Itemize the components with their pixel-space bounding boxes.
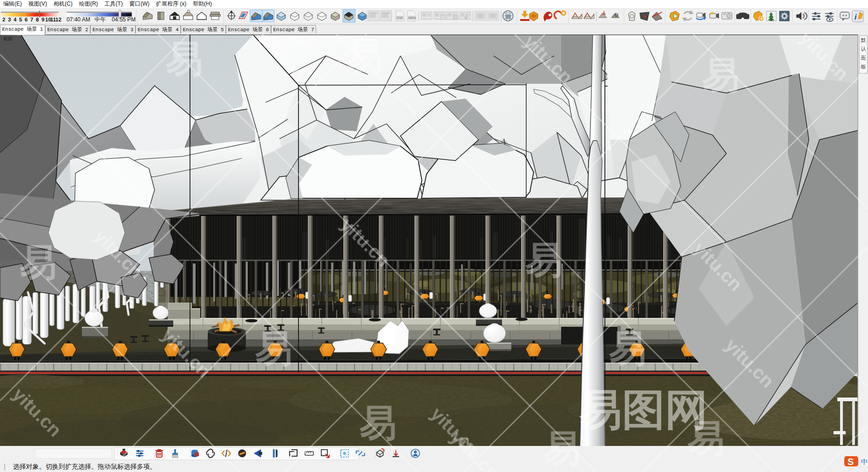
svg-text:7: 7: [30, 17, 33, 22]
svg-text:EXE: EXE: [397, 16, 403, 20]
svg-text:WEB: WEB: [408, 16, 416, 20]
svg-text:2: 2: [2, 17, 5, 22]
svg-text:3: 3: [8, 17, 11, 22]
svg-text:12: 12: [55, 17, 61, 22]
svg-text:中: 中: [861, 458, 868, 465]
svg-text:9: 9: [41, 17, 44, 22]
svg-text:04:55 PM: 04:55 PM: [112, 16, 136, 23]
svg-text:中午: 中午: [95, 16, 106, 23]
svg-text:前部: 前部: [3, 36, 13, 41]
svg-text:6: 6: [25, 17, 27, 22]
svg-text:S: S: [848, 457, 854, 467]
svg-text:8: 8: [36, 17, 39, 22]
svg-text:4: 4: [14, 17, 17, 22]
svg-text:5: 5: [19, 17, 22, 22]
svg-text:07:40 AM: 07:40 AM: [67, 16, 90, 23]
